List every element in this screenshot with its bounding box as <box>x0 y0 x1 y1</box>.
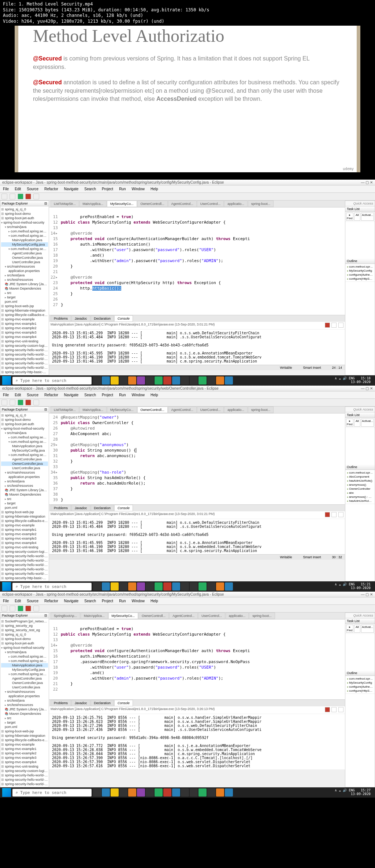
problems-tab[interactable]: Problems <box>51 505 71 511</box>
tree-node[interactable]: spring_security_rest_eg <box>1 628 48 632</box>
tree-node[interactable]: spring-boot-method-security <box>1 646 48 650</box>
search-input[interactable]: ⌕ Type here to search <box>12 789 92 797</box>
problems-tab[interactable]: Problems <box>51 315 71 322</box>
tree-node[interactable]: spring-security-hello-world-jdbc <box>1 361 48 365</box>
menu-search[interactable]: Search <box>81 598 99 604</box>
outline-item[interactable]: OwnerController <box>346 487 374 491</box>
app-icon[interactable] <box>155 582 163 591</box>
tree-node[interactable]: com.method.spring.security.config <box>1 233 48 238</box>
collapse-icon[interactable]: ⊟ <box>44 202 47 205</box>
menu-file[interactable]: File <box>0 598 12 604</box>
tree-node[interactable]: application.properties <box>1 269 48 273</box>
menu-navigate[interactable]: Navigate <box>61 392 81 398</box>
cortana-icon[interactable] <box>93 788 101 797</box>
tree-node[interactable]: com.method.spring.security.config <box>1 439 48 444</box>
tree-node[interactable]: src/test/resources <box>1 277 48 282</box>
outline-item[interactable]: configure(Authentica <box>346 685 374 689</box>
tree-node[interactable]: MainApplication.java <box>1 444 48 448</box>
menu-source[interactable]: Source <box>24 186 41 192</box>
stop-icon[interactable] <box>33 400 39 405</box>
app-icon[interactable] <box>119 376 127 385</box>
tree-node[interactable]: spring-lifecycle-callbacks-example_25 <box>1 738 48 742</box>
problems-tab[interactable]: Console <box>114 505 133 511</box>
tree-node[interactable]: spring-security-custom-login-form-exampl… <box>1 343 48 348</box>
menu-refactor[interactable]: Refactor <box>41 392 61 398</box>
menu-search[interactable]: Search <box>81 186 99 192</box>
editor-tab[interactable]: applicatio... <box>224 407 248 413</box>
tree-node[interactable]: src/main/java <box>1 225 48 229</box>
menu-navigate[interactable]: Navigate <box>61 186 81 192</box>
new-icon[interactable] <box>1 400 7 405</box>
code-editor[interactable]: 242526272829▸3031323334▸3536373839 @Requ… <box>49 413 345 504</box>
tree-node[interactable]: src/main/java <box>1 431 48 435</box>
tree-node[interactable]: spring-mvc-example1 <box>1 527 48 532</box>
tree-node[interactable]: com.method.spring.security.web <box>1 247 48 251</box>
problems-tab[interactable]: Problems <box>51 700 71 706</box>
tree-node[interactable]: spring-boot-web-jsp <box>1 729 48 733</box>
menu-refactor[interactable]: Refactor <box>41 598 61 604</box>
console-output[interactable]: 2020-09-13 15:01:45.299 INFO 18280 --- [… <box>49 330 345 365</box>
editor-tab[interactable]: applicatio... <box>226 613 249 619</box>
menu-source[interactable]: Source <box>24 392 41 398</box>
activate-btn[interactable]: Activat... <box>361 419 374 427</box>
app-icon[interactable] <box>216 376 224 385</box>
tree-node[interactable]: JRE System Library [JavaSE-1.8] <box>1 282 48 286</box>
tree-node[interactable]: com.method.spring.security <box>1 229 48 233</box>
quick-access[interactable]: Quick Access <box>345 201 375 206</box>
window-controls[interactable]: — ▢ ✕ <box>361 592 373 596</box>
outline-item[interactable]: configure(HttpSecu <box>346 277 374 281</box>
app-icon[interactable] <box>146 582 154 591</box>
save-icon[interactable] <box>10 194 15 199</box>
editor-tab[interactable]: UserControl... <box>198 613 225 619</box>
tree-node[interactable]: spring-mvc-example3 <box>1 536 48 541</box>
tree-node[interactable]: pom.xml <box>1 505 48 510</box>
find-input[interactable]: ▸ Find <box>346 419 353 427</box>
outline-item[interactable]: com.method.spring.sec <box>346 471 374 475</box>
app-icon[interactable] <box>163 582 171 591</box>
tree-node[interactable]: src/test/java <box>1 479 48 483</box>
tree-node[interactable]: MainApplication.java <box>1 663 48 667</box>
app-icon[interactable] <box>119 582 127 591</box>
problems-tab[interactable]: Declaration <box>91 700 114 706</box>
menu-edit[interactable]: Edit <box>12 598 24 604</box>
collapse-icon[interactable]: ⊟ <box>44 408 47 411</box>
console-output[interactable]: 2020-09-13 15:26:25.791 INFO 8556 --- [ … <box>49 714 345 769</box>
app-icon[interactable] <box>181 788 189 797</box>
tree-node[interactable]: src <box>1 497 48 501</box>
tree-node[interactable]: spring-security-hello-world-example_logo… <box>1 777 48 782</box>
tree-node[interactable]: spring-security-hello-world-example2 <box>1 563 48 567</box>
tree-node[interactable]: spring-security-hello-world-new_role <box>1 571 48 576</box>
tree-node[interactable]: spring-boot-jwt-auth <box>1 422 48 426</box>
menu-project[interactable]: Project <box>99 598 116 604</box>
editor-tab[interactable]: UserControl... <box>197 407 224 413</box>
tree-node[interactable]: spring-security-http-basic-auth-example <box>1 576 48 580</box>
clear-icon[interactable] <box>331 512 337 517</box>
app-icon[interactable] <box>207 582 215 591</box>
tree-node[interactable]: spring_security_eg <box>1 624 48 628</box>
tree-node[interactable]: spring-mvc-unit-testing <box>1 545 48 549</box>
app-icon[interactable] <box>172 582 180 591</box>
tree-node[interactable]: spring-boot-method-security <box>1 220 48 225</box>
new-icon[interactable] <box>1 606 7 611</box>
run-icon[interactable] <box>18 606 23 611</box>
eclipse-icon[interactable] <box>137 376 145 385</box>
tree-node[interactable]: spring-boot-web-jsp <box>1 510 48 514</box>
editor-tab[interactable]: spring-boot... <box>248 201 274 207</box>
app-icon[interactable] <box>198 376 207 385</box>
editor-tab[interactable]: MySecurityCo... <box>107 201 137 207</box>
app-icon[interactable] <box>146 788 154 797</box>
editor-tab[interactable]: spring-boot... <box>248 407 274 413</box>
start-button[interactable] <box>2 582 11 591</box>
system-tray[interactable]: ∧ ☁ 🔊 ENG 15:2113-09-2020 <box>333 582 373 591</box>
explorer-icon[interactable] <box>111 582 119 591</box>
tree-node[interactable]: Maven Dependencies <box>1 492 48 497</box>
app-icon[interactable] <box>181 376 189 385</box>
app-icon[interactable] <box>181 582 189 591</box>
tree-node[interactable]: src/test/java <box>1 698 48 703</box>
pin-icon[interactable] <box>338 707 344 712</box>
quick-access[interactable]: Quick Access <box>345 613 375 618</box>
run-icon[interactable] <box>18 194 23 199</box>
tree-node[interactable]: spring-mvc-example2 <box>1 326 48 330</box>
tree-node[interactable]: spring-mvc-example3 <box>1 755 48 760</box>
tree-node[interactable]: spring-hibernate-integration <box>1 308 48 313</box>
